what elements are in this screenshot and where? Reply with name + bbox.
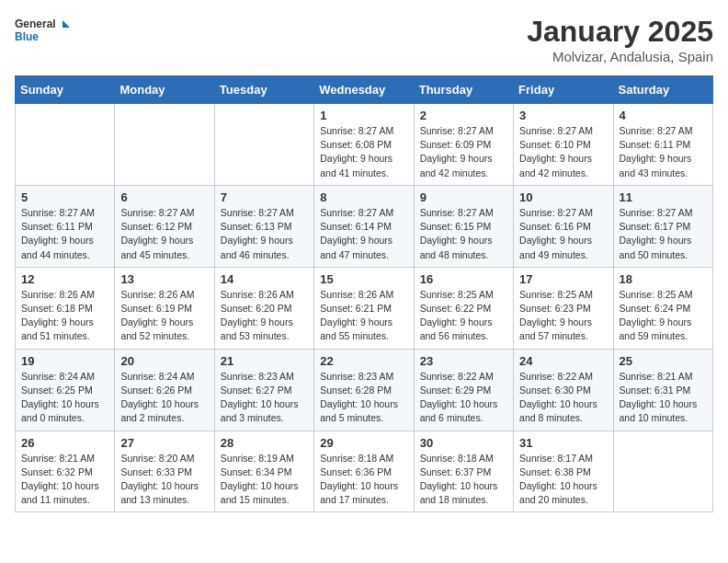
day-cell: 5Sunrise: 8:27 AM Sunset: 6:11 PM Daylig… (16, 185, 115, 267)
day-cell: 10Sunrise: 8:27 AM Sunset: 6:16 PM Dayli… (514, 185, 613, 267)
col-tuesday: Tuesday (214, 76, 313, 104)
day-number: 7 (221, 190, 308, 204)
day-number: 17 (519, 272, 607, 286)
day-info: Sunrise: 8:27 AM Sunset: 6:09 PM Dayligh… (420, 124, 507, 180)
location-title: Molvizar, Andalusia, Spain (527, 49, 713, 64)
col-friday: Friday (514, 76, 613, 104)
day-number: 15 (320, 272, 407, 286)
day-cell: 13Sunrise: 8:26 AM Sunset: 6:19 PM Dayli… (115, 267, 214, 349)
day-info: Sunrise: 8:17 AM Sunset: 6:38 PM Dayligh… (519, 452, 607, 508)
day-info: Sunrise: 8:26 AM Sunset: 6:19 PM Dayligh… (120, 288, 208, 344)
day-cell: 6Sunrise: 8:27 AM Sunset: 6:12 PM Daylig… (115, 185, 214, 267)
day-info: Sunrise: 8:27 AM Sunset: 6:11 PM Dayligh… (21, 206, 108, 262)
svg-text:Blue: Blue (15, 30, 39, 43)
day-cell: 17Sunrise: 8:25 AM Sunset: 6:23 PM Dayli… (514, 267, 613, 349)
day-cell: 18Sunrise: 8:25 AM Sunset: 6:24 PM Dayli… (613, 267, 712, 349)
month-title: January 2025 (527, 15, 713, 49)
day-info: Sunrise: 8:25 AM Sunset: 6:24 PM Dayligh… (620, 288, 707, 344)
day-cell: 1Sunrise: 8:27 AM Sunset: 6:08 PM Daylig… (314, 104, 414, 186)
day-cell: 30Sunrise: 8:18 AM Sunset: 6:37 PM Dayli… (414, 431, 513, 512)
day-cell: 14Sunrise: 8:26 AM Sunset: 6:20 PM Dayli… (214, 267, 313, 349)
day-number: 24 (519, 354, 607, 368)
logo: General Blue (15, 15, 70, 48)
day-number: 28 (221, 436, 308, 450)
col-thursday: Thursday (414, 76, 513, 104)
day-number: 31 (519, 436, 607, 450)
day-number: 26 (21, 436, 108, 450)
day-info: Sunrise: 8:21 AM Sunset: 6:31 PM Dayligh… (620, 370, 707, 426)
svg-marker-2 (63, 20, 70, 28)
day-info: Sunrise: 8:27 AM Sunset: 6:15 PM Dayligh… (420, 206, 507, 262)
day-info: Sunrise: 8:22 AM Sunset: 6:29 PM Dayligh… (420, 370, 507, 426)
day-info: Sunrise: 8:26 AM Sunset: 6:21 PM Dayligh… (320, 288, 407, 344)
day-info: Sunrise: 8:20 AM Sunset: 6:33 PM Dayligh… (120, 452, 208, 508)
day-number: 27 (120, 436, 208, 450)
day-cell: 29Sunrise: 8:18 AM Sunset: 6:36 PM Dayli… (314, 431, 414, 512)
day-number: 1 (320, 109, 407, 122)
day-info: Sunrise: 8:27 AM Sunset: 6:14 PM Dayligh… (320, 206, 407, 262)
day-number: 5 (21, 190, 108, 204)
day-number: 22 (320, 354, 407, 368)
day-number: 12 (21, 272, 108, 286)
day-info: Sunrise: 8:27 AM Sunset: 6:11 PM Dayligh… (620, 124, 707, 180)
day-cell: 2Sunrise: 8:27 AM Sunset: 6:09 PM Daylig… (414, 104, 513, 186)
day-number: 19 (21, 354, 108, 368)
day-cell: 19Sunrise: 8:24 AM Sunset: 6:25 PM Dayli… (16, 349, 115, 431)
day-cell: 22Sunrise: 8:23 AM Sunset: 6:28 PM Dayli… (314, 349, 414, 431)
day-cell: 25Sunrise: 8:21 AM Sunset: 6:31 PM Dayli… (613, 349, 712, 431)
day-cell: 8Sunrise: 8:27 AM Sunset: 6:14 PM Daylig… (314, 185, 414, 267)
day-info: Sunrise: 8:25 AM Sunset: 6:23 PM Dayligh… (519, 288, 607, 344)
day-number: 23 (420, 354, 507, 368)
col-monday: Monday (115, 76, 214, 104)
col-saturday: Saturday (613, 76, 712, 104)
day-number: 10 (519, 190, 607, 204)
week-row-4: 26Sunrise: 8:21 AM Sunset: 6:32 PM Dayli… (16, 431, 713, 512)
day-number: 9 (420, 190, 507, 204)
day-cell (16, 104, 115, 186)
day-info: Sunrise: 8:26 AM Sunset: 6:20 PM Dayligh… (221, 288, 308, 344)
day-info: Sunrise: 8:19 AM Sunset: 6:34 PM Dayligh… (221, 452, 308, 508)
day-cell: 11Sunrise: 8:27 AM Sunset: 6:17 PM Dayli… (613, 185, 712, 267)
day-info: Sunrise: 8:27 AM Sunset: 6:13 PM Dayligh… (221, 206, 308, 262)
day-info: Sunrise: 8:27 AM Sunset: 6:16 PM Dayligh… (519, 206, 607, 262)
day-info: Sunrise: 8:27 AM Sunset: 6:10 PM Dayligh… (519, 124, 607, 180)
day-info: Sunrise: 8:21 AM Sunset: 6:32 PM Dayligh… (21, 452, 108, 508)
day-number: 8 (320, 190, 407, 204)
day-number: 11 (620, 190, 707, 204)
day-cell: 23Sunrise: 8:22 AM Sunset: 6:29 PM Dayli… (414, 349, 513, 431)
day-cell (115, 104, 214, 186)
day-cell: 27Sunrise: 8:20 AM Sunset: 6:33 PM Dayli… (115, 431, 214, 512)
logo-svg: General Blue (15, 15, 70, 48)
day-number: 16 (420, 272, 507, 286)
day-info: Sunrise: 8:23 AM Sunset: 6:27 PM Dayligh… (221, 370, 308, 426)
day-cell: 21Sunrise: 8:23 AM Sunset: 6:27 PM Dayli… (214, 349, 313, 431)
day-info: Sunrise: 8:24 AM Sunset: 6:25 PM Dayligh… (21, 370, 108, 426)
day-cell: 15Sunrise: 8:26 AM Sunset: 6:21 PM Dayli… (314, 267, 414, 349)
day-info: Sunrise: 8:27 AM Sunset: 6:17 PM Dayligh… (620, 206, 707, 262)
day-info: Sunrise: 8:27 AM Sunset: 6:12 PM Dayligh… (120, 206, 208, 262)
week-row-2: 12Sunrise: 8:26 AM Sunset: 6:18 PM Dayli… (16, 267, 713, 349)
col-sunday: Sunday (16, 76, 115, 104)
day-cell: 7Sunrise: 8:27 AM Sunset: 6:13 PM Daylig… (214, 185, 313, 267)
day-number: 30 (420, 436, 507, 450)
day-cell: 3Sunrise: 8:27 AM Sunset: 6:10 PM Daylig… (514, 104, 613, 186)
day-info: Sunrise: 8:18 AM Sunset: 6:36 PM Dayligh… (320, 452, 407, 508)
day-number: 4 (620, 109, 707, 122)
day-number: 13 (120, 272, 208, 286)
week-row-3: 19Sunrise: 8:24 AM Sunset: 6:25 PM Dayli… (16, 349, 713, 431)
day-info: Sunrise: 8:23 AM Sunset: 6:28 PM Dayligh… (320, 370, 407, 426)
day-info: Sunrise: 8:26 AM Sunset: 6:18 PM Dayligh… (21, 288, 108, 344)
day-cell: 12Sunrise: 8:26 AM Sunset: 6:18 PM Dayli… (16, 267, 115, 349)
day-info: Sunrise: 8:25 AM Sunset: 6:22 PM Dayligh… (420, 288, 507, 344)
day-number: 29 (320, 436, 407, 450)
day-cell: 31Sunrise: 8:17 AM Sunset: 6:38 PM Dayli… (514, 431, 613, 512)
day-number: 2 (420, 109, 507, 122)
day-number: 25 (620, 354, 707, 368)
day-number: 20 (120, 354, 208, 368)
day-number: 6 (120, 190, 208, 204)
day-cell: 20Sunrise: 8:24 AM Sunset: 6:26 PM Dayli… (115, 349, 214, 431)
day-number: 14 (221, 272, 308, 286)
day-cell: 9Sunrise: 8:27 AM Sunset: 6:15 PM Daylig… (414, 185, 513, 267)
day-cell: 28Sunrise: 8:19 AM Sunset: 6:34 PM Dayli… (214, 431, 313, 512)
day-number: 18 (620, 272, 707, 286)
